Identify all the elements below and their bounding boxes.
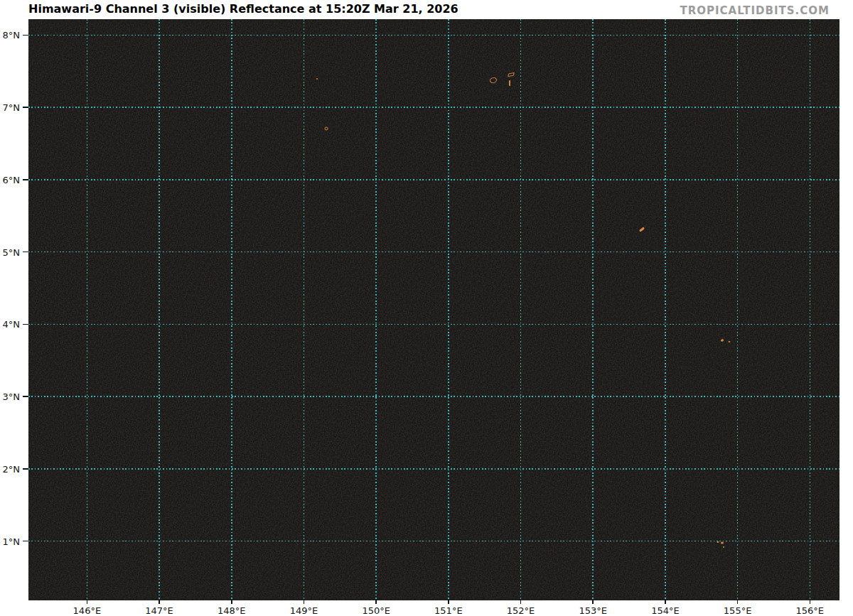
lon-tick-151E (448, 600, 449, 604)
lat-label-1N: 1°N (3, 536, 21, 546)
lat-tick-7N (23, 107, 28, 108)
lon-label-152E: 152°E (507, 605, 535, 616)
map-title: Himawari-9 Channel 3 (visible) Reflectan… (28, 2, 458, 16)
lon-label-151E: 151°E (434, 605, 463, 616)
lat-gridline-5N (28, 252, 839, 253)
lat-label-2N: 2°N (3, 463, 21, 474)
island-marker-11 (723, 546, 724, 548)
lat-gridline-4N (28, 324, 839, 325)
lon-tick-152E (520, 600, 522, 604)
island-marker-1 (316, 78, 318, 80)
island-marker-2 (324, 126, 328, 130)
lat-label-3N: 3°N (3, 391, 21, 402)
lat-gridline-6N (28, 179, 839, 180)
lat-gridline-3N (28, 396, 839, 397)
lon-label-149E: 149°E (290, 605, 318, 616)
lon-label-153E: 153°E (579, 605, 607, 616)
lat-gridline-8N (28, 35, 839, 36)
lat-tick-4N (23, 324, 28, 325)
lon-label-148E: 148°E (218, 605, 246, 616)
lon-tick-156E (810, 600, 811, 604)
lat-label-5N: 5°N (3, 247, 21, 257)
lat-label-8N: 8°N (3, 30, 21, 40)
satellite-map-page: Himawari-9 Channel 3 (visible) Reflectan… (0, 0, 853, 616)
lon-tick-148E (231, 600, 232, 604)
lon-tick-149E (304, 600, 305, 604)
lon-tick-150E (375, 600, 377, 604)
lon-tick-146E (87, 600, 88, 604)
lat-tick-8N (23, 35, 28, 36)
lat-gridline-7N (28, 107, 839, 108)
lat-label-7N: 7°N (3, 102, 21, 113)
island-marker-10 (721, 541, 724, 544)
map-canvas: 146°E147°E148°E149°E150°E151°E152°E153°E… (28, 19, 839, 600)
lon-tick-154E (665, 600, 666, 604)
lat-tick-6N (23, 179, 28, 180)
lon-label-150E: 150°E (362, 605, 390, 616)
lon-tick-147E (159, 600, 160, 604)
lat-tick-1N (23, 541, 28, 542)
lon-tick-155E (737, 600, 739, 604)
lat-gridline-2N (28, 468, 839, 470)
lon-label-147E: 147°E (145, 605, 173, 616)
lat-tick-5N (23, 252, 28, 253)
lat-label-6N: 6°N (3, 174, 21, 185)
lon-label-154E: 154°E (651, 605, 680, 616)
lon-label-156E: 156°E (796, 605, 825, 616)
lat-tick-2N (23, 468, 28, 470)
lat-tick-3N (23, 396, 28, 397)
lat-label-4N: 4°N (3, 319, 21, 330)
lon-label-146E: 146°E (73, 605, 102, 616)
island-marker-9 (717, 541, 719, 543)
lon-label-155E: 155°E (724, 605, 752, 616)
island-marker-8 (729, 341, 731, 342)
lon-tick-153E (592, 600, 594, 604)
island-marker-5 (509, 80, 510, 86)
watermark-tropicaltidbits: TROPICALTIDBITS.COM (680, 4, 830, 17)
